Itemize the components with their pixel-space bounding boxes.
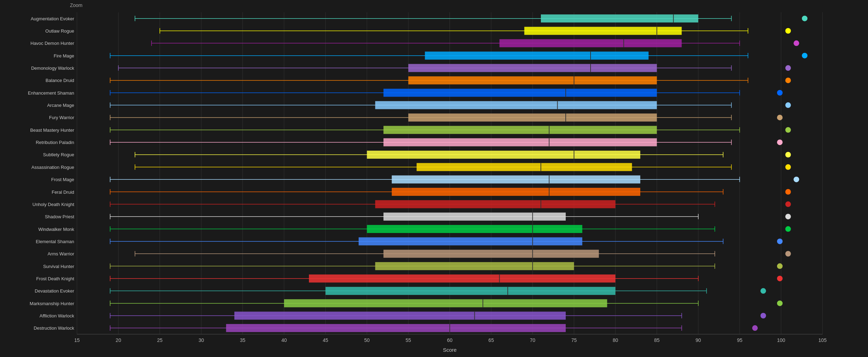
svg-rect-51 [524, 27, 682, 35]
svg-point-61 [793, 40, 799, 46]
svg-point-138 [793, 177, 799, 182]
svg-text:Frost Mage: Frost Mage [51, 177, 74, 182]
svg-text:Outlaw Rogue: Outlaw Rogue [45, 28, 74, 34]
svg-text:Windwalker Monk: Windwalker Monk [38, 227, 74, 232]
svg-text:Havoc Demon Hunter: Havoc Demon Hunter [30, 41, 75, 46]
svg-text:80: 80 [613, 337, 618, 343]
svg-text:Retribution Paladin: Retribution Paladin [36, 140, 74, 145]
svg-point-89 [777, 90, 783, 96]
svg-text:Subtlety Rogue: Subtlety Rogue [43, 152, 74, 157]
svg-point-68 [802, 53, 807, 59]
svg-point-110 [785, 127, 791, 133]
svg-text:70: 70 [530, 337, 535, 343]
svg-text:50: 50 [364, 337, 370, 343]
svg-rect-72 [408, 64, 657, 72]
svg-rect-198 [325, 287, 615, 295]
svg-rect-121 [367, 151, 640, 159]
svg-text:85: 85 [654, 337, 660, 343]
svg-point-201 [761, 288, 766, 294]
svg-text:Demonology Warlock: Demonology Warlock [31, 66, 75, 71]
svg-text:Fire Mage: Fire Mage [54, 53, 74, 59]
svg-rect-163 [367, 225, 583, 233]
svg-text:Unholy Death Knight: Unholy Death Knight [33, 202, 75, 207]
svg-point-208 [777, 301, 783, 306]
svg-text:65: 65 [488, 337, 494, 343]
svg-text:Zoom: Zoom [70, 2, 83, 8]
svg-text:90: 90 [696, 337, 701, 343]
svg-rect-219 [226, 324, 566, 332]
svg-rect-86 [383, 89, 657, 97]
svg-text:45: 45 [323, 337, 329, 343]
svg-text:Frost Death Knight: Frost Death Knight [36, 276, 75, 281]
svg-rect-177 [383, 250, 599, 258]
svg-point-222 [752, 325, 758, 331]
svg-text:Arcane Mage: Arcane Mage [47, 103, 74, 108]
svg-rect-205 [284, 299, 607, 307]
svg-point-166 [785, 226, 791, 232]
chart-container: 1520253035404550556065707580859095100105… [0, 0, 868, 357]
svg-text:Augmentation Evoker: Augmentation Evoker [31, 16, 75, 21]
svg-point-159 [785, 214, 791, 219]
svg-rect-128 [417, 163, 632, 171]
svg-point-96 [785, 102, 791, 108]
svg-text:25: 25 [157, 337, 163, 343]
svg-text:Feral Druid: Feral Druid [52, 190, 74, 195]
svg-text:Marksmanship Hunter: Marksmanship Hunter [30, 301, 75, 306]
svg-text:95: 95 [737, 337, 742, 343]
svg-rect-135 [392, 176, 640, 184]
svg-point-54 [785, 28, 791, 34]
svg-text:Beast Mastery Hunter: Beast Mastery Hunter [30, 128, 74, 133]
svg-rect-100 [408, 114, 657, 122]
svg-point-124 [785, 152, 791, 157]
svg-rect-65 [425, 52, 648, 60]
svg-point-75 [785, 65, 791, 71]
svg-point-103 [777, 115, 783, 120]
svg-point-173 [777, 239, 783, 244]
svg-point-152 [785, 201, 791, 207]
svg-point-117 [777, 139, 783, 145]
svg-point-47 [802, 16, 807, 21]
svg-text:15: 15 [74, 337, 80, 343]
svg-rect-114 [383, 138, 657, 146]
svg-text:Fury Warrior: Fury Warrior [49, 115, 74, 120]
svg-text:75: 75 [571, 337, 577, 343]
svg-rect-170 [359, 237, 582, 245]
svg-point-187 [777, 263, 783, 269]
svg-text:20: 20 [116, 337, 121, 343]
svg-text:Devastation Evoker: Devastation Evoker [35, 288, 74, 294]
svg-rect-149 [375, 200, 615, 208]
svg-rect-58 [500, 39, 682, 47]
svg-rect-107 [383, 126, 657, 134]
svg-text:Destruction Warlock: Destruction Warlock [34, 325, 74, 331]
svg-text:Elemental Shaman: Elemental Shaman [36, 239, 74, 244]
svg-rect-93 [375, 101, 657, 109]
svg-point-180 [785, 251, 791, 256]
chart-svg: 1520253035404550556065707580859095100105… [0, 0, 868, 357]
svg-point-145 [785, 189, 791, 195]
svg-rect-142 [392, 188, 640, 196]
svg-text:Arms Warrior: Arms Warrior [48, 251, 75, 256]
svg-text:Survival Hunter: Survival Hunter [43, 264, 75, 269]
svg-point-194 [777, 276, 783, 281]
svg-text:Affliction Warlock: Affliction Warlock [40, 313, 74, 318]
svg-text:Score: Score [443, 347, 457, 353]
svg-text:Shadow Priest: Shadow Priest [45, 214, 74, 219]
svg-point-215 [761, 313, 766, 318]
svg-rect-184 [375, 262, 574, 270]
svg-text:Balance Druid: Balance Druid [45, 78, 74, 83]
svg-text:105: 105 [818, 337, 827, 343]
svg-text:100: 100 [777, 337, 785, 343]
svg-text:60: 60 [447, 337, 453, 343]
svg-rect-44 [541, 14, 698, 22]
svg-rect-156 [383, 213, 566, 221]
svg-text:30: 30 [198, 337, 204, 343]
svg-rect-191 [309, 274, 615, 282]
svg-rect-79 [408, 76, 657, 84]
svg-rect-212 [234, 311, 566, 320]
svg-point-82 [785, 77, 791, 83]
svg-point-131 [785, 164, 791, 170]
svg-text:55: 55 [405, 337, 411, 343]
svg-text:40: 40 [281, 337, 287, 343]
svg-text:35: 35 [240, 337, 246, 343]
svg-text:Enhancement Shaman: Enhancement Shaman [28, 90, 74, 96]
